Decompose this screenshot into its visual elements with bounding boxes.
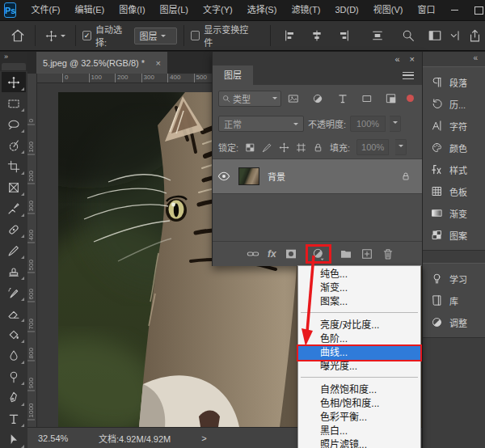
filter-adjustment-layers-icon[interactable] bbox=[306, 93, 330, 104]
home-icon[interactable] bbox=[7, 28, 28, 43]
healing-brush-tool[interactable] bbox=[2, 219, 26, 239]
workspace-icon[interactable] bbox=[424, 28, 445, 43]
menubar-item[interactable]: 窗口 bbox=[410, 0, 442, 20]
link-layers-icon[interactable] bbox=[247, 247, 259, 260]
move-tool-preset-icon[interactable] bbox=[42, 30, 69, 42]
menubar-item[interactable]: 图层(L) bbox=[153, 0, 196, 20]
menu-item-curves[interactable]: 曲线... bbox=[298, 346, 420, 360]
panel-gradients[interactable]: 渐变 bbox=[423, 202, 485, 224]
menubar-item[interactable]: 视图(V) bbox=[366, 0, 411, 20]
align-right-icon[interactable] bbox=[334, 29, 353, 42]
collapse-panel-icon[interactable]: « bbox=[394, 54, 399, 64]
paint-bucket-tool[interactable] bbox=[2, 324, 26, 344]
quick-selection-tool[interactable] bbox=[2, 135, 26, 155]
new-adjustment-layer-icon[interactable] bbox=[312, 247, 325, 260]
menu-item[interactable]: 亮度/对比度... bbox=[298, 319, 420, 332]
pen-tool[interactable] bbox=[2, 387, 26, 408]
panel-learn[interactable]: 学习 bbox=[423, 268, 485, 290]
menu-item[interactable]: 自然饱和度... bbox=[298, 383, 420, 397]
status-arrow-icon[interactable]: > bbox=[201, 433, 206, 443]
add-mask-icon[interactable] bbox=[285, 247, 297, 260]
path-selection-tool[interactable] bbox=[2, 429, 26, 448]
menubar-item[interactable]: 选择(S) bbox=[240, 0, 285, 20]
menubar-item[interactable]: 文字(Y) bbox=[196, 0, 240, 20]
dodge-tool[interactable] bbox=[2, 366, 26, 387]
minimize-icon[interactable] bbox=[442, 0, 466, 20]
layer-style-icon[interactable]: fx bbox=[268, 248, 276, 260]
delete-layer-icon[interactable] bbox=[382, 247, 394, 260]
lock-artboard-icon[interactable] bbox=[296, 142, 306, 153]
panel-menu-icon[interactable] bbox=[403, 72, 414, 79]
tab-close-icon[interactable]: × bbox=[156, 58, 161, 68]
menu-item[interactable]: 黑白... bbox=[298, 425, 420, 438]
search-icon[interactable] bbox=[399, 29, 418, 42]
crop-tool[interactable] bbox=[2, 156, 26, 176]
blend-mode-dropdown[interactable]: 正常 bbox=[218, 116, 304, 132]
fill-dropdown-icon[interactable] bbox=[395, 139, 407, 155]
brush-tool[interactable] bbox=[2, 240, 26, 260]
menu-item[interactable]: 照片滤镜... bbox=[298, 438, 420, 448]
new-group-icon[interactable] bbox=[340, 247, 352, 260]
zoom-level[interactable]: 32.54% bbox=[38, 433, 89, 443]
filter-type-layers-icon[interactable] bbox=[330, 93, 354, 104]
filter-smart-objects-icon[interactable] bbox=[379, 93, 403, 104]
show-transform-checkbox[interactable] bbox=[191, 31, 200, 40]
clone-stamp-tool[interactable] bbox=[2, 261, 26, 281]
menubar-item[interactable]: 3D(D) bbox=[327, 0, 365, 20]
panel-character[interactable]: 字符 bbox=[423, 115, 485, 137]
menu-item[interactable]: 色彩平衡... bbox=[298, 411, 420, 425]
lock-all-icon[interactable] bbox=[313, 142, 323, 153]
panel-libraries[interactable]: 库 bbox=[423, 290, 485, 311]
history-brush-tool[interactable] bbox=[2, 282, 26, 302]
lock-position-icon[interactable] bbox=[279, 142, 289, 153]
distribute-icon[interactable] bbox=[368, 29, 387, 42]
panel-patterns[interactable]: 图案 bbox=[423, 224, 485, 246]
fill-field[interactable]: 100% bbox=[356, 139, 389, 155]
menu-item[interactable] bbox=[298, 312, 420, 319]
menu-item[interactable]: 渐变... bbox=[298, 281, 420, 295]
menu-item[interactable]: 曝光度... bbox=[298, 360, 420, 374]
toolbar-grip[interactable] bbox=[2, 63, 26, 70]
eyedropper-tool[interactable] bbox=[2, 198, 26, 218]
menu-item[interactable]: 色阶... bbox=[298, 332, 420, 346]
panel-color[interactable]: 颜色 bbox=[423, 137, 485, 158]
menubar-item[interactable]: 图像(I) bbox=[112, 0, 152, 20]
rectangular-marquee-tool[interactable] bbox=[2, 93, 26, 113]
opacity-dropdown-icon[interactable] bbox=[390, 116, 401, 132]
new-layer-icon[interactable] bbox=[361, 247, 373, 260]
frame-tool[interactable] bbox=[2, 177, 26, 197]
visibility-eye-icon[interactable] bbox=[213, 170, 235, 183]
align-left-icon[interactable] bbox=[280, 29, 300, 42]
tab-layers[interactable]: 图层 bbox=[213, 66, 253, 85]
menubar-item[interactable]: 滤镜(T) bbox=[284, 0, 327, 20]
maximize-icon[interactable] bbox=[466, 0, 485, 20]
dock-options-icon[interactable] bbox=[445, 29, 465, 42]
panel-swatches[interactable]: 色板 bbox=[423, 180, 485, 202]
panel-styles[interactable]: 样式 bbox=[423, 158, 485, 180]
panel-adjustments[interactable]: 调整 bbox=[423, 311, 485, 333]
share-icon[interactable] bbox=[465, 29, 485, 43]
layer-thumbnail[interactable] bbox=[238, 167, 259, 185]
filter-type-dropdown[interactable]: 类型 bbox=[218, 91, 281, 107]
menubar-item[interactable]: 文件(F) bbox=[23, 0, 67, 20]
type-tool[interactable] bbox=[2, 408, 26, 429]
panel-paragraph[interactable]: 段落 bbox=[423, 71, 485, 93]
filter-toggle-icon[interactable] bbox=[407, 95, 414, 102]
layer-row-background[interactable]: 背景 bbox=[213, 158, 422, 194]
lock-pixels-icon[interactable] bbox=[262, 142, 272, 153]
auto-select-dropdown[interactable]: 图层 bbox=[134, 27, 178, 44]
menu-item[interactable]: 图案... bbox=[298, 295, 420, 309]
menu-item[interactable]: 纯色... bbox=[298, 268, 420, 281]
opacity-field[interactable]: 100% bbox=[350, 116, 386, 132]
menubar-item[interactable]: 编辑(E) bbox=[68, 0, 112, 20]
collapse-dock-icon[interactable]: « bbox=[423, 52, 485, 64]
auto-select-checkbox[interactable]: ✓ bbox=[82, 31, 91, 40]
panel-history[interactable]: 历... bbox=[423, 93, 485, 115]
lock-transparency-icon[interactable] bbox=[245, 142, 255, 153]
menu-item[interactable] bbox=[298, 377, 420, 383]
align-center-icon[interactable] bbox=[307, 29, 327, 42]
expand-panel-icon[interactable]: » bbox=[0, 52, 27, 62]
close-panel-icon[interactable]: × bbox=[410, 54, 415, 64]
menu-item[interactable]: 色相/饱和度... bbox=[298, 397, 420, 411]
move-tool[interactable] bbox=[2, 72, 26, 92]
